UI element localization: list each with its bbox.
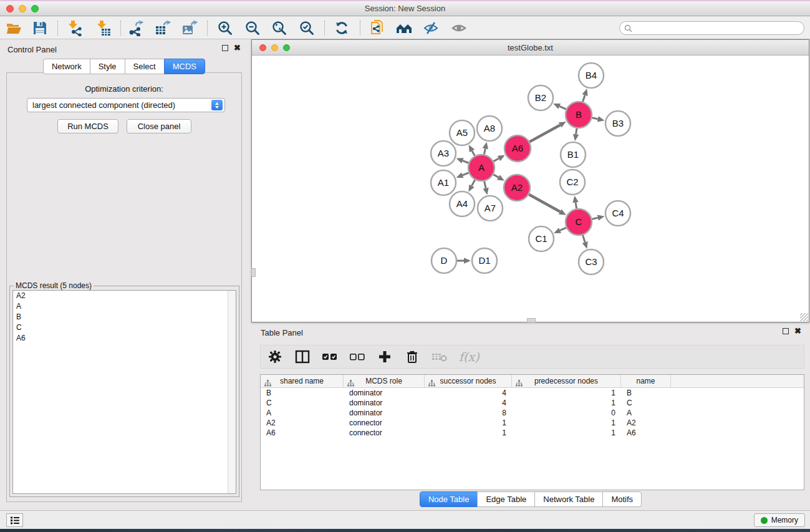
zoom-fit-button[interactable]	[271, 19, 288, 37]
export-image-button[interactable]	[181, 19, 198, 37]
search-field[interactable]	[619, 21, 804, 35]
mcds-result-item[interactable]: A2	[13, 291, 236, 301]
graph-node-D[interactable]: D	[432, 248, 456, 273]
task-history-button[interactable]	[6, 513, 23, 527]
open-session-button[interactable]	[5, 19, 22, 37]
deselect-all-columns-button[interactable]	[349, 349, 365, 365]
clone-network-button[interactable]	[369, 19, 386, 37]
graph-edge-A6-B[interactable]	[529, 122, 566, 142]
graph-node-C2[interactable]: C2	[560, 170, 585, 195]
import-table-button[interactable]	[95, 19, 112, 37]
graph-edge-A-A2[interactable]	[493, 175, 504, 181]
table-row[interactable]: Adominator80A	[261, 408, 804, 418]
table-row[interactable]: A6connector11A6	[261, 428, 804, 438]
table-settings-button[interactable]	[267, 349, 283, 365]
graph-edge-A-A4[interactable]	[468, 180, 475, 191]
search-input[interactable]	[632, 24, 804, 32]
graph-edge-A-A6[interactable]	[493, 155, 504, 162]
column-header-MCDS-role[interactable]: MCDS role	[344, 375, 425, 387]
mcds-result-item[interactable]: A6	[13, 333, 236, 344]
graph-edge-D-D1[interactable]	[457, 258, 471, 264]
bottom-splitter-handle[interactable]	[527, 318, 536, 322]
float-panel-icon[interactable]	[222, 45, 228, 51]
add-column-button[interactable]	[377, 349, 393, 365]
graph-edge-C-C4[interactable]	[592, 215, 604, 221]
export-table-button[interactable]	[154, 19, 171, 37]
tab-select[interactable]: Select	[125, 59, 165, 74]
memory-button[interactable]: Memory	[754, 513, 805, 527]
column-header-name[interactable]: name	[621, 375, 671, 387]
tab-motifs[interactable]: Motifs	[602, 491, 642, 507]
graph-node-A4[interactable]: A4	[450, 191, 475, 216]
resize-grip[interactable]	[800, 313, 808, 321]
home-button[interactable]	[395, 19, 413, 37]
left-splitter-handle[interactable]	[251, 268, 256, 277]
network-canvas[interactable]: AA1A2A3A4A5A6A7A8BB1B2B3B4CC1C2C3C4DD1	[252, 56, 809, 322]
tab-network-table[interactable]: Network Table	[534, 491, 603, 507]
graph-node-C4[interactable]: C4	[605, 201, 630, 226]
optimization-criterion-select[interactable]: largest connected component (directed)	[27, 98, 225, 112]
tab-node-table[interactable]: Node Table	[420, 491, 478, 507]
graph-node-B[interactable]: B	[566, 102, 592, 128]
graph-node-A2[interactable]: A2	[504, 175, 530, 201]
graph-edge-B-B3[interactable]	[592, 116, 604, 122]
graph-edge-A-A5[interactable]	[469, 145, 475, 156]
graph-edge-C-C1[interactable]	[554, 228, 566, 233]
graph-node-A7[interactable]: A7	[478, 196, 503, 221]
column-header-shared-name[interactable]: shared name	[261, 375, 344, 387]
refresh-button[interactable]	[333, 19, 350, 37]
zoom-out-button[interactable]	[244, 19, 261, 37]
select-all-columns-button[interactable]	[322, 349, 338, 365]
table-row[interactable]: Cdominator41C	[261, 398, 804, 408]
run-mcds-button[interactable]: Run MCDS	[57, 119, 118, 133]
graph-edge-B-B4[interactable]	[582, 89, 587, 102]
graph-edge-A-A1[interactable]	[456, 172, 468, 178]
function-builder-button[interactable]: f(x)	[459, 350, 480, 364]
tab-edge-table[interactable]: Edge Table	[477, 491, 535, 507]
graph-node-A1[interactable]: A1	[431, 170, 456, 195]
graph-edge-C-C3[interactable]	[582, 235, 588, 249]
close-table-panel-icon[interactable]: ✖	[794, 328, 801, 334]
hide-details-button[interactable]	[422, 19, 440, 37]
graph-node-B4[interactable]: B4	[579, 63, 604, 88]
split-view-button[interactable]	[294, 349, 311, 365]
tab-style[interactable]: Style	[90, 59, 125, 74]
import-network-button[interactable]	[66, 19, 84, 37]
graph-node-C1[interactable]: C1	[529, 226, 554, 251]
graph-edge-A-A7[interactable]	[483, 181, 488, 195]
graph-node-A8[interactable]: A8	[477, 116, 502, 141]
close-panel-icon[interactable]: ✖	[234, 45, 241, 51]
show-details-button[interactable]	[450, 19, 468, 37]
delete-table-button[interactable]	[432, 349, 448, 365]
column-header-predecessor-nodes[interactable]: predecessor nodes	[512, 375, 621, 387]
graph-edge-A2-C[interactable]	[529, 195, 566, 215]
zoom-selected-button[interactable]	[298, 19, 316, 37]
graph-edge-A-A3[interactable]	[456, 158, 469, 163]
save-session-button[interactable]	[31, 19, 49, 37]
zoom-in-button[interactable]	[216, 19, 234, 37]
graph-node-B1[interactable]: B1	[561, 142, 586, 167]
float-table-panel-icon[interactable]	[783, 328, 789, 334]
mcds-result-item[interactable]: A	[13, 301, 236, 312]
graph-node-C3[interactable]: C3	[579, 249, 604, 274]
graph-edge-B-B1[interactable]	[573, 128, 579, 141]
mcds-result-item[interactable]: B	[13, 312, 236, 322]
mcds-result-item[interactable]: C	[13, 322, 236, 333]
graph-edge-A-A8[interactable]	[483, 142, 488, 155]
graph-node-B3[interactable]: B3	[605, 111, 630, 136]
graph-node-D1[interactable]: D1	[472, 248, 497, 273]
tab-mcds[interactable]: MCDS	[164, 59, 205, 74]
graph-node-C[interactable]: C	[566, 209, 592, 235]
graph-node-A3[interactable]: A3	[431, 141, 456, 166]
export-network-button[interactable]	[127, 19, 145, 37]
table-row[interactable]: A2connector11A2	[261, 418, 804, 428]
close-panel-button[interactable]: Close panel	[127, 119, 191, 133]
table-row[interactable]: Bdominator41B	[261, 388, 804, 398]
graph-edge-B-B2[interactable]	[553, 104, 566, 109]
graph-node-A5[interactable]: A5	[450, 120, 475, 145]
column-header-successor-nodes[interactable]: successor nodes	[425, 375, 512, 387]
graph-node-B2[interactable]: B2	[528, 85, 553, 110]
tab-network[interactable]: Network	[43, 59, 90, 74]
graph-node-A6[interactable]: A6	[504, 135, 531, 162]
graph-edge-C-C2[interactable]	[572, 196, 578, 209]
